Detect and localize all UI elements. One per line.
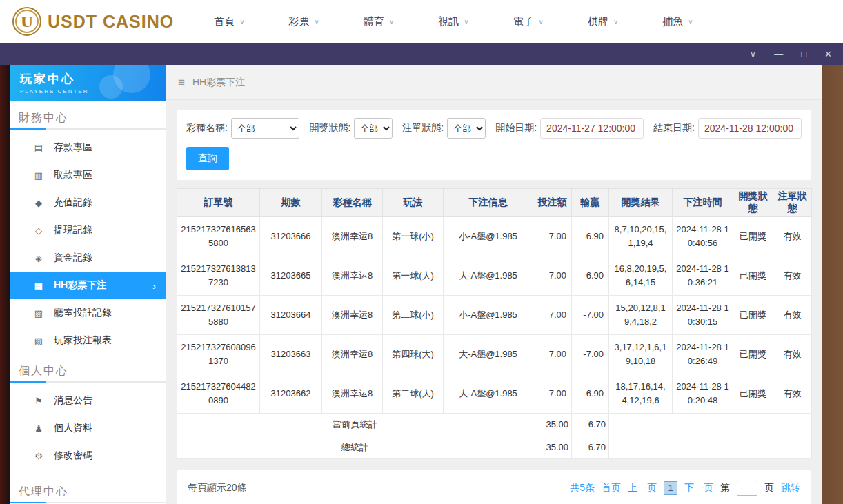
sidebar-item-hh-lottery-bets[interactable]: ▦ HH彩票下注 › bbox=[10, 272, 166, 299]
sidebar-item-change-password[interactable]: ⚙ 修改密碼 bbox=[10, 442, 166, 470]
minimize-icon[interactable]: — bbox=[774, 50, 783, 59]
sidebar-subtitle: PLAYERS CENTER bbox=[20, 88, 166, 94]
table-row: 2152173276101575880 31203664 澳洲幸运8 第二球(小… bbox=[177, 296, 812, 335]
current-page-badge[interactable]: 1 bbox=[664, 481, 677, 495]
section-title-agent: 代理中心 bbox=[19, 485, 157, 499]
nav-item-video[interactable]: 視訊 ∨ bbox=[438, 15, 468, 28]
bet-time: 2024-11-28 10:20:48 bbox=[673, 374, 733, 414]
sidebar-item-withdraw[interactable]: ▥ 取款專區 bbox=[10, 161, 166, 189]
table-row: 2152173276044820890 31203662 澳洲幸运8 第二球(大… bbox=[177, 374, 812, 414]
issue: 31203664 bbox=[260, 296, 322, 335]
window-body: 玩家中心 PLAYERS CENTER 財務中心 ▤ 存款專區 ▥ 取款專區 ◆… bbox=[0, 65, 843, 504]
main-nav: 首頁 ∨ 彩票 ∨ 體育 ∨ 視訊 ∨ 電子 ∨ 棋牌 ∨ 捕魚 ∨ bbox=[214, 15, 693, 28]
table-row: 2152173276165635800 31203666 澳洲幸运8 第一球(小… bbox=[177, 217, 812, 256]
funds-record-icon: ◈ bbox=[32, 253, 45, 263]
end-date-input[interactable] bbox=[698, 118, 802, 139]
logo-letter: U bbox=[21, 13, 33, 30]
sidebar-item-label: 修改密碼 bbox=[54, 450, 92, 462]
order-no: 2152173276101575880 bbox=[177, 296, 260, 335]
person-icon: ♟ bbox=[32, 423, 45, 434]
nav-item-sports[interactable]: 體育 ∨ bbox=[364, 15, 394, 28]
issue: 31203663 bbox=[260, 335, 322, 374]
grand-summary-label: 總統計 bbox=[177, 436, 533, 459]
sidebar-item-recharge-record[interactable]: ◆ 充值記錄 bbox=[10, 189, 166, 216]
jump-button[interactable]: 跳转 bbox=[781, 482, 800, 494]
nav-item-fishing[interactable]: 捕魚 ∨ bbox=[662, 15, 693, 28]
sidebar-title: 玩家中心 bbox=[20, 71, 166, 87]
issue: 31203665 bbox=[260, 256, 322, 296]
lottery-name-label: 彩種名稱: bbox=[186, 122, 228, 134]
order-no: 2152173276080961370 bbox=[177, 335, 260, 374]
next-page-link[interactable]: 下一页 bbox=[684, 482, 713, 494]
bet-info: 小-A盤@1.985 bbox=[444, 296, 533, 335]
withdraw-icon: ▥ bbox=[32, 170, 45, 181]
nav-item-slots[interactable]: 電子 ∨ bbox=[513, 15, 544, 28]
player-report-icon: ▧ bbox=[32, 336, 45, 346]
lottery-name-select[interactable]: 全部 bbox=[231, 118, 300, 139]
collapse-icon[interactable]: ∨ bbox=[750, 50, 757, 59]
col-bet-time: 下注時間 bbox=[673, 189, 733, 217]
winloss: -7.00 bbox=[572, 296, 609, 335]
sidebar-item-player-bet-report[interactable]: ▧ 玩家投注報表 bbox=[10, 327, 166, 354]
nav-item-home[interactable]: 首頁 ∨ bbox=[214, 15, 244, 28]
page-size-text: 每頁顯示20條 bbox=[188, 482, 247, 494]
chevron-down-icon: ∨ bbox=[688, 18, 693, 26]
logo-icon: U bbox=[12, 7, 41, 36]
sidebar-item-funds-record[interactable]: ◈ 資金記錄 bbox=[10, 244, 166, 272]
winloss: 6.90 bbox=[572, 374, 609, 414]
bet-amount: 7.00 bbox=[533, 335, 572, 374]
first-page-link[interactable]: 首页 bbox=[602, 482, 621, 494]
hamburger-menu-icon[interactable]: ≡ bbox=[178, 76, 185, 90]
room-bet-record-icon: ▨ bbox=[32, 308, 45, 319]
winloss: 6.90 bbox=[572, 217, 609, 256]
nav-item-cards[interactable]: 棋牌 ∨ bbox=[588, 15, 618, 28]
draw-result: 18,17,16,14,4,12,19,6 bbox=[609, 374, 673, 414]
bell-icon: ⚑ bbox=[32, 396, 45, 406]
bet-time: 2024-11-28 10:36:21 bbox=[673, 256, 733, 296]
search-button[interactable]: 查詢 bbox=[186, 147, 229, 170]
col-draw-status: 開獎狀態 bbox=[733, 189, 773, 217]
bets-table-wrap: 訂單號 期數 彩種名稱 玩法 下注信息 投注額 輸贏 開獎結果 下注時間 開獎狀… bbox=[177, 188, 811, 459]
order-status-select[interactable]: 全部 bbox=[447, 118, 486, 139]
grand-bet-total: 35.00 bbox=[533, 436, 572, 459]
table-row: 2152173276138137230 31203665 澳洲幸运8 第一球(大… bbox=[177, 256, 812, 296]
close-icon[interactable]: ✕ bbox=[824, 50, 832, 59]
chevron-right-icon: › bbox=[152, 280, 156, 292]
col-bet-info: 下注信息 bbox=[444, 189, 533, 217]
filter-panel: 彩種名稱: 全部 開獎狀態: 全部 注單狀態: 全部 開始日期: 結束日期: 查… bbox=[177, 110, 811, 180]
sidebar-item-label: 玩家投注報表 bbox=[54, 334, 112, 347]
logo-text: USDT CASINO bbox=[48, 12, 174, 32]
logo[interactable]: U USDT CASINO bbox=[12, 7, 174, 36]
sidebar-item-label: 廳室投註記錄 bbox=[54, 307, 112, 319]
sidebar-item-profile[interactable]: ♟ 個人資料 bbox=[10, 414, 166, 442]
sidebar-item-label: HH彩票下注 bbox=[54, 279, 106, 292]
lottery-name: 澳洲幸运8 bbox=[322, 217, 383, 256]
sidebar-item-announcements[interactable]: ⚑ 消息公告 bbox=[10, 387, 166, 414]
sidebar-item-label: 取款專區 bbox=[54, 169, 92, 181]
summary-empty-cell bbox=[609, 414, 812, 436]
table-row: 2152173276080961370 31203663 澳洲幸运8 第四球(大… bbox=[177, 335, 812, 374]
order-no: 2152173276165635800 bbox=[177, 217, 260, 256]
maximize-icon[interactable]: □ bbox=[801, 50, 806, 59]
sidebar-item-room-bet-record[interactable]: ▨ 廳室投註記錄 bbox=[10, 299, 166, 327]
draw-status: 已開獎 bbox=[733, 374, 773, 414]
nav-item-lottery[interactable]: 彩票 ∨ bbox=[289, 15, 319, 28]
lottery-name: 澳洲幸运8 bbox=[322, 335, 383, 374]
pagination-bar: 每頁顯示20條 共5条 首页 上一页 1 下一页 第 页 跳转 bbox=[177, 470, 811, 504]
sidebar-item-deposit[interactable]: ▤ 存款專區 bbox=[10, 134, 166, 161]
chevron-down-icon: ∨ bbox=[613, 18, 618, 26]
start-date-input[interactable] bbox=[540, 118, 644, 139]
prev-page-link[interactable]: 上一页 bbox=[628, 482, 657, 494]
play-type: 第二球(小) bbox=[383, 296, 444, 335]
order-no: 2152173276044820890 bbox=[177, 374, 260, 414]
main-content: ≡ HH彩票下注 彩種名稱: 全部 開獎狀態: 全部 注單狀態: 全部 開始日期… bbox=[166, 65, 822, 504]
issue: 31203662 bbox=[260, 374, 322, 414]
sidebar-item-withdrawal-record[interactable]: ◇ 提現記錄 bbox=[10, 216, 166, 244]
bet-amount: 7.00 bbox=[533, 296, 572, 335]
deposit-icon: ▤ bbox=[32, 143, 45, 153]
draw-status-select[interactable]: 全部 bbox=[354, 118, 393, 139]
jump-prefix: 第 bbox=[720, 482, 730, 494]
play-type: 第二球(大) bbox=[383, 374, 444, 414]
section-title-personal: 個人中心 bbox=[19, 364, 157, 379]
jump-page-input[interactable] bbox=[737, 481, 757, 496]
